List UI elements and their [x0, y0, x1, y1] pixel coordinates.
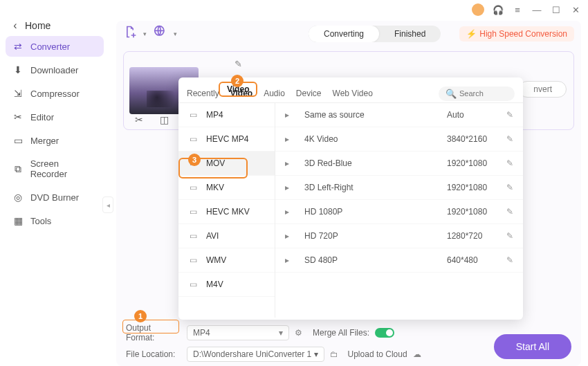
sidebar-item-label: Screen Recorder — [30, 158, 97, 179]
edit-preset-icon[interactable]: ✎ — [506, 183, 513, 192]
sidebar-item-compressor[interactable]: ⇲ Compressor — [6, 83, 104, 104]
settings-icon[interactable]: ⚙ — [295, 328, 307, 338]
resolution-dim: 3840*2160 — [447, 134, 506, 144]
format-icon: ▭ — [187, 183, 199, 192]
folder-icon[interactable]: 🗀 — [330, 349, 342, 359]
edit-preset-icon[interactable]: ✎ — [506, 158, 513, 168]
format-item-mkv[interactable]: ▭MKV — [178, 176, 275, 200]
resolution-item[interactable]: ▸Same as sourceAuto✎ — [275, 103, 523, 127]
play-icon: ▸ — [285, 231, 297, 241]
edit-preset-icon[interactable]: ✎ — [506, 134, 513, 144]
record-icon: ⧉ — [12, 163, 24, 174]
search-icon: 🔍 — [445, 89, 457, 99]
format-label: WMV — [206, 255, 226, 265]
resolution-item[interactable]: ▸HD 720P1280*720✎ — [275, 224, 523, 248]
resolution-name: HD 720P — [304, 231, 447, 241]
tab-converting[interactable]: Converting — [309, 26, 379, 42]
add-file-button[interactable]: ▾ — [123, 25, 141, 43]
format-popup: Recently Video Audio Device Web Video 🔍 … — [178, 77, 523, 320]
play-icon: ▸ — [285, 134, 297, 144]
close-icon[interactable]: ✕ — [570, 4, 581, 15]
edit-preset-icon[interactable]: ✎ — [506, 231, 513, 241]
breadcrumb-home[interactable]: Home — [25, 20, 50, 31]
cloud-icon[interactable]: ☁ — [413, 349, 425, 359]
output-format-label: Output Format: — [126, 323, 181, 342]
resolution-name: 3D Red-Blue — [304, 158, 447, 168]
minimize-icon[interactable]: — — [531, 4, 542, 15]
search-box[interactable]: 🔍 — [439, 86, 515, 101]
format-item-hevc-mp4[interactable]: ▭HEVC MP4 — [178, 127, 275, 152]
tab-audio[interactable]: Audio — [264, 84, 285, 102]
resolution-item[interactable]: ▸3D Red-Blue1920*1080✎ — [275, 152, 523, 176]
sidebar-item-downloader[interactable]: ⬇ Downloader — [6, 60, 104, 80]
resolution-dim: 1920*1080 — [447, 207, 506, 217]
swap-icon: ⇄ — [12, 41, 24, 52]
add-url-button[interactable]: ▾ — [154, 25, 172, 43]
edit-preset-icon[interactable]: ✎ — [506, 255, 513, 265]
tab-device[interactable]: Device — [296, 84, 322, 102]
high-speed-badge[interactable]: ⚡ High Speed Conversion — [459, 26, 574, 42]
sidebar-item-tools[interactable]: ▦ Tools — [6, 210, 104, 231]
merge-toggle[interactable] — [375, 328, 394, 338]
format-icon: ▭ — [187, 207, 199, 217]
search-input[interactable] — [459, 89, 509, 98]
back-button[interactable]: ‹ — [6, 19, 25, 32]
resolution-dim: 1920*1080 — [447, 183, 506, 192]
crop-icon[interactable]: ◫ — [160, 114, 169, 125]
format-label: M4V — [206, 280, 223, 289]
format-item-mp4[interactable]: ▭MP4 — [178, 103, 275, 127]
convert-button[interactable]: nvert — [519, 81, 567, 98]
sidebar-item-editor[interactable]: ✂ Editor — [6, 107, 104, 127]
output-format-select[interactable]: MP4 ▾ — [187, 325, 289, 340]
resolution-name: 4K Video — [304, 134, 447, 144]
compress-icon: ⇲ — [12, 88, 24, 99]
format-list: ▭MP4▭HEVC MP4▭MOV▭MKV▭HEVC MKV▭AVI▭WMV▭M… — [178, 103, 275, 318]
sidebar-item-label: DVD Burner — [30, 192, 79, 203]
resolution-dim: 1920*1080 — [447, 158, 506, 168]
edit-preset-icon[interactable]: ✎ — [506, 207, 513, 217]
resolution-item[interactable]: ▸SD 480P640*480✎ — [275, 248, 523, 273]
trim-icon[interactable]: ✂ — [135, 114, 143, 125]
grid-icon: ▦ — [12, 215, 24, 226]
edit-metadata-icon[interactable]: ✎ — [235, 59, 242, 69]
format-label: MOV — [206, 158, 225, 168]
resolution-item[interactable]: ▸3D Left-Right1920*1080✎ — [275, 176, 523, 200]
sidebar-item-merger[interactable]: ▭ Merger — [6, 130, 104, 151]
format-item-hevc-mkv[interactable]: ▭HEVC MKV — [178, 200, 275, 224]
format-label: MP4 — [206, 110, 223, 120]
chevron-down-icon: ▾ — [143, 30, 147, 37]
tab-finished[interactable]: Finished — [379, 26, 441, 42]
support-icon[interactable]: 🎧 — [493, 4, 504, 15]
sidebar-item-dvd[interactable]: ◎ DVD Burner — [6, 187, 104, 208]
format-item-wmv[interactable]: ▭WMV — [178, 248, 275, 273]
format-label: HEVC MKV — [206, 207, 250, 217]
converting-toggle[interactable]: Converting Finished — [309, 26, 441, 42]
edit-preset-icon[interactable]: ✎ — [506, 110, 513, 120]
file-location-select[interactable]: D:\Wondershare UniConverter 1 ▾ — [187, 347, 324, 362]
tab-webvideo[interactable]: Web Video — [333, 84, 373, 102]
annotation-badge-2: 2 — [231, 75, 244, 87]
format-icon: ▭ — [187, 280, 199, 289]
tab-recently[interactable]: Recently — [187, 84, 219, 102]
play-icon: ▸ — [285, 183, 297, 192]
sidebar-item-recorder[interactable]: ⧉ Screen Recorder — [6, 154, 104, 184]
format-label: AVI — [206, 231, 219, 241]
format-item-m4v[interactable]: ▭M4V — [178, 273, 275, 297]
resolution-name: Same as source — [304, 110, 447, 120]
format-item-avi[interactable]: ▭AVI — [178, 224, 275, 248]
play-icon: ▸ — [285, 110, 297, 120]
resolution-item[interactable]: ▸HD 1080P1920*1080✎ — [275, 200, 523, 224]
play-icon: ▸ — [285, 255, 297, 265]
sidebar-collapse-button[interactable]: ◂ — [102, 196, 113, 213]
upload-label: Upload to Cloud — [348, 349, 407, 359]
resolution-dim: 1280*720 — [447, 231, 506, 241]
merge-label: Merge All Files: — [313, 328, 369, 338]
menu-icon[interactable]: ≡ — [512, 4, 523, 15]
start-all-button[interactable]: Start All — [494, 334, 571, 359]
avatar-icon[interactable] — [472, 3, 484, 16]
sidebar-item-label: Downloader — [30, 65, 78, 75]
resolution-item[interactable]: ▸4K Video3840*2160✎ — [275, 127, 523, 152]
sidebar-item-converter[interactable]: ⇄ Converter — [6, 36, 104, 57]
maximize-icon[interactable]: ☐ — [551, 4, 562, 15]
play-icon: ▸ — [285, 207, 297, 217]
